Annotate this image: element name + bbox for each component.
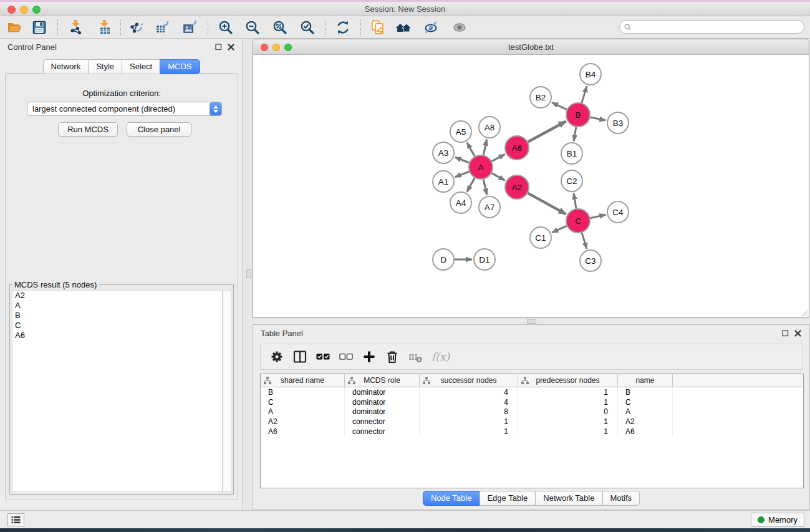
- criterion-select[interactable]: largest connected component (directed): [27, 102, 222, 116]
- table-tab-edge-table[interactable]: Edge Table: [479, 491, 536, 506]
- hide-selected-button[interactable]: [422, 19, 440, 36]
- delete-column-button[interactable]: [385, 349, 400, 365]
- table-tab-network-table[interactable]: Network Table: [535, 491, 602, 506]
- new-network-from-selection-button[interactable]: [369, 19, 387, 36]
- zoom-out-button[interactable]: [244, 19, 261, 36]
- graph-node-A8[interactable]: A8: [479, 117, 500, 138]
- tab-network[interactable]: Network: [42, 59, 89, 74]
- graph-edge-A-A2[interactable]: [492, 173, 505, 181]
- graph-edge-A-A1[interactable]: [455, 172, 470, 177]
- refresh-button[interactable]: [334, 19, 352, 36]
- table-settings-button[interactable]: [269, 349, 284, 365]
- save-session-button[interactable]: [31, 19, 48, 36]
- unselect-all-button[interactable]: [339, 349, 354, 365]
- mcds-result-item[interactable]: A6: [12, 331, 222, 341]
- graph-edge-C-C2[interactable]: [574, 193, 576, 208]
- graph-node-A1[interactable]: A1: [433, 171, 454, 192]
- column-header-MCDS-role[interactable]: MCDS role: [345, 374, 420, 387]
- column-layout-button[interactable]: [292, 349, 307, 365]
- import-table-button[interactable]: [96, 19, 113, 36]
- graph-node-A7[interactable]: A7: [479, 196, 500, 218]
- graph-edge-A-A5[interactable]: [467, 142, 475, 156]
- zoom-fit-button[interactable]: [271, 19, 289, 36]
- graph-edge-B-B1[interactable]: [574, 127, 576, 142]
- zoom-in-button[interactable]: [217, 19, 234, 36]
- table-row[interactable]: A6connector11A6: [261, 427, 803, 437]
- graph-node-C[interactable]: C: [566, 209, 590, 233]
- column-header-predecessor-nodes[interactable]: predecessor nodes: [518, 374, 618, 387]
- mcds-result-item[interactable]: B: [12, 311, 222, 321]
- graph-edge-C-C4[interactable]: [591, 215, 606, 218]
- mcds-result-item[interactable]: C: [12, 321, 222, 331]
- tab-style[interactable]: Style: [88, 59, 122, 74]
- zoom-selected-button[interactable]: [299, 19, 316, 36]
- graph-edge-B-B4[interactable]: [582, 86, 587, 103]
- graph-node-A4[interactable]: A4: [450, 192, 471, 213]
- table-row[interactable]: Adominator80A: [261, 407, 803, 417]
- memory-button[interactable]: Memory: [751, 513, 804, 527]
- graph-edge-A-A7[interactable]: [483, 180, 486, 195]
- graph-node-A5[interactable]: A5: [450, 121, 471, 142]
- run-mcds-button[interactable]: Run MCDS: [58, 122, 118, 137]
- table-row[interactable]: Cdominator41C: [261, 397, 803, 407]
- graph-node-C1[interactable]: C1: [530, 227, 551, 248]
- graph-node-D1[interactable]: D1: [474, 249, 495, 270]
- show-panels-button[interactable]: [7, 513, 24, 526]
- column-header-name[interactable]: name: [618, 374, 673, 387]
- tab-select[interactable]: Select: [122, 59, 160, 74]
- graph-node-D[interactable]: D: [433, 249, 454, 270]
- export-table-button[interactable]: [154, 19, 171, 36]
- export-network-button[interactable]: [128, 19, 145, 36]
- graph-edge-A-A4[interactable]: [467, 178, 475, 191]
- window-resize-grip[interactable]: [800, 309, 808, 317]
- table-row[interactable]: Bdominator41B: [261, 387, 803, 397]
- graph-edge-A-A3[interactable]: [455, 157, 470, 163]
- graph-node-A6[interactable]: A6: [505, 136, 529, 160]
- table-tab-motifs[interactable]: Motifs: [602, 491, 640, 506]
- close-panel-button[interactable]: [228, 43, 235, 51]
- network-window-titlebar[interactable]: testGlobe.txt: [253, 39, 809, 55]
- close-panel-button-mcds[interactable]: Close panel: [127, 122, 191, 137]
- close-table-panel-button[interactable]: [794, 329, 802, 337]
- graph-edge-C-C1[interactable]: [552, 226, 567, 233]
- select-all-button[interactable]: [316, 349, 330, 365]
- graph-node-B1[interactable]: B1: [561, 143, 582, 164]
- graph-edge-A-A6[interactable]: [492, 154, 505, 161]
- table-row[interactable]: A2connector11A2: [261, 417, 803, 427]
- graph-node-B2[interactable]: B2: [530, 87, 551, 108]
- function-builder-button[interactable]: f(x): [431, 349, 452, 365]
- tab-mcds[interactable]: MCDS: [160, 59, 200, 74]
- mcds-result-item[interactable]: A: [12, 301, 222, 311]
- graph-node-A3[interactable]: A3: [433, 142, 454, 163]
- graph-node-B4[interactable]: B4: [580, 64, 601, 85]
- column-header-successor-nodes[interactable]: successor nodes: [420, 374, 518, 387]
- column-header-shared-name[interactable]: shared name: [261, 374, 345, 387]
- graph-node-C2[interactable]: C2: [561, 170, 582, 191]
- delete-table-button[interactable]: [408, 349, 423, 365]
- float-table-panel-button[interactable]: [782, 329, 789, 337]
- vertical-splitter-grip[interactable]: [246, 269, 251, 278]
- graph-node-B3[interactable]: B3: [607, 112, 629, 133]
- graph-edge-A6-B[interactable]: [528, 121, 566, 142]
- export-image-button[interactable]: [181, 19, 199, 36]
- graph-node-B[interactable]: B: [566, 103, 590, 127]
- graph-node-C3[interactable]: C3: [580, 250, 601, 271]
- network-canvas[interactable]: B4B2BB3A8A5A6A3B1AC2A1A2A4A7C4CC1C3DD1: [253, 55, 809, 317]
- graph-node-C4[interactable]: C4: [607, 201, 629, 223]
- table-tab-node-table[interactable]: Node Table: [423, 491, 480, 506]
- result-list-scrollbar[interactable]: [223, 290, 231, 492]
- graph-node-A2[interactable]: A2: [505, 175, 529, 199]
- search-input[interactable]: [632, 22, 804, 31]
- graph-edge-C-C3[interactable]: [582, 233, 587, 249]
- home-button[interactable]: [395, 19, 412, 36]
- horizontal-splitter-grip[interactable]: [527, 319, 536, 324]
- graph-edge-A2-C[interactable]: [528, 193, 566, 215]
- show-all-button[interactable]: [451, 19, 468, 36]
- mcds-result-item[interactable]: A2: [12, 291, 222, 301]
- graph-edge-B-B2[interactable]: [552, 102, 567, 109]
- graph-node-A[interactable]: A: [469, 155, 493, 179]
- float-panel-button[interactable]: [215, 43, 223, 51]
- add-column-button[interactable]: [362, 349, 377, 365]
- import-network-button[interactable]: [67, 19, 85, 36]
- graph-edge-A-A8[interactable]: [483, 140, 486, 155]
